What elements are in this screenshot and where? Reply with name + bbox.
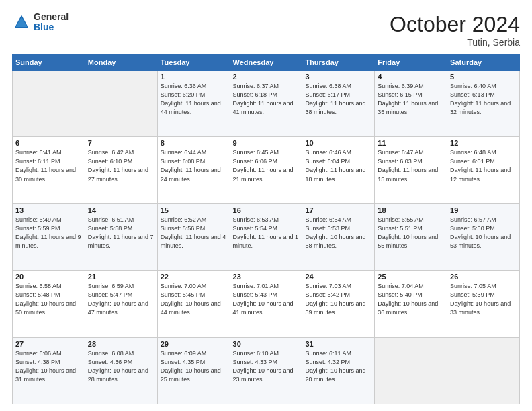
- calendar-cell: 25Sunrise: 7:04 AMSunset: 5:40 PMDayligh…: [375, 271, 447, 337]
- day-detail: Sunrise: 7:03 AMSunset: 5:42 PMDaylight:…: [305, 282, 371, 317]
- calendar-header-row: Sunday Monday Tuesday Wednesday Thursday…: [13, 55, 520, 71]
- day-detail: Sunrise: 6:10 AMSunset: 4:33 PMDaylight:…: [233, 349, 300, 384]
- calendar-cell: 5Sunrise: 6:40 AMSunset: 6:13 PMDaylight…: [447, 71, 520, 137]
- calendar-cell: 20Sunrise: 6:58 AMSunset: 5:48 PMDayligh…: [13, 271, 85, 337]
- calendar-cell: [447, 337, 520, 404]
- day-number: 5: [450, 73, 517, 81]
- location-subtitle: Tutin, Serbia: [390, 37, 520, 48]
- logo-blue-text: Blue: [34, 22, 69, 32]
- col-thursday: Thursday: [302, 55, 375, 71]
- day-number: 29: [161, 340, 227, 348]
- logo-text: General Blue: [34, 12, 69, 33]
- day-number: 6: [15, 139, 82, 147]
- calendar-week-row: 1Sunrise: 6:36 AMSunset: 6:20 PMDaylight…: [13, 71, 520, 137]
- calendar-cell: [375, 337, 447, 404]
- calendar-cell: 15Sunrise: 6:52 AMSunset: 5:56 PMDayligh…: [157, 203, 230, 270]
- calendar-cell: 17Sunrise: 6:54 AMSunset: 5:53 PMDayligh…: [302, 203, 375, 270]
- calendar-cell: 16Sunrise: 6:53 AMSunset: 5:54 PMDayligh…: [230, 203, 302, 270]
- col-saturday: Saturday: [447, 55, 520, 71]
- day-detail: Sunrise: 6:57 AMSunset: 5:50 PMDaylight:…: [450, 216, 517, 250]
- calendar-cell: 6Sunrise: 6:41 AMSunset: 6:11 PMDaylight…: [13, 137, 85, 203]
- day-number: 1: [161, 73, 227, 81]
- day-number: 10: [305, 139, 371, 147]
- calendar-cell: 21Sunrise: 6:59 AMSunset: 5:47 PMDayligh…: [85, 271, 157, 337]
- day-detail: Sunrise: 6:37 AMSunset: 6:18 PMDaylight:…: [233, 82, 300, 117]
- day-detail: Sunrise: 6:45 AMSunset: 6:06 PMDaylight:…: [233, 148, 300, 183]
- day-detail: Sunrise: 6:42 AMSunset: 6:10 PMDaylight:…: [88, 148, 154, 183]
- calendar-cell: 2Sunrise: 6:37 AMSunset: 6:18 PMDaylight…: [230, 71, 302, 137]
- day-detail: Sunrise: 7:04 AMSunset: 5:40 PMDaylight:…: [378, 282, 444, 317]
- day-number: 30: [233, 340, 300, 348]
- day-number: 9: [233, 139, 300, 147]
- day-number: 24: [305, 273, 371, 281]
- calendar-cell: 11Sunrise: 6:47 AMSunset: 6:03 PMDayligh…: [375, 137, 447, 203]
- day-detail: Sunrise: 6:48 AMSunset: 6:01 PMDaylight:…: [450, 148, 517, 183]
- calendar-cell: 12Sunrise: 6:48 AMSunset: 6:01 PMDayligh…: [447, 137, 520, 203]
- calendar-cell: [13, 71, 85, 137]
- calendar-table: Sunday Monday Tuesday Wednesday Thursday…: [12, 54, 520, 404]
- calendar-cell: 1Sunrise: 6:36 AMSunset: 6:20 PMDaylight…: [157, 71, 230, 137]
- calendar-cell: 29Sunrise: 6:09 AMSunset: 4:35 PMDayligh…: [157, 337, 230, 404]
- day-number: 8: [161, 139, 227, 147]
- day-detail: Sunrise: 6:39 AMSunset: 6:15 PMDaylight:…: [378, 82, 444, 117]
- day-detail: Sunrise: 6:55 AMSunset: 5:51 PMDaylight:…: [378, 216, 444, 250]
- calendar-cell: 10Sunrise: 6:46 AMSunset: 6:04 PMDayligh…: [302, 137, 375, 203]
- calendar-cell: [85, 71, 157, 137]
- calendar-cell: 27Sunrise: 6:06 AMSunset: 4:38 PMDayligh…: [13, 337, 85, 404]
- calendar-cell: 30Sunrise: 6:10 AMSunset: 4:33 PMDayligh…: [230, 337, 302, 404]
- calendar-week-row: 6Sunrise: 6:41 AMSunset: 6:11 PMDaylight…: [13, 137, 520, 203]
- title-block: October 2024 Tutin, Serbia: [390, 12, 520, 48]
- calendar-cell: 24Sunrise: 7:03 AMSunset: 5:42 PMDayligh…: [302, 271, 375, 337]
- page: General Blue October 2024 Tutin, Serbia …: [0, 0, 532, 411]
- day-detail: Sunrise: 6:36 AMSunset: 6:20 PMDaylight:…: [161, 82, 227, 117]
- day-number: 27: [15, 340, 82, 348]
- calendar-cell: 4Sunrise: 6:39 AMSunset: 6:15 PMDaylight…: [375, 71, 447, 137]
- day-number: 19: [450, 206, 517, 214]
- day-detail: Sunrise: 6:47 AMSunset: 6:03 PMDaylight:…: [378, 148, 444, 183]
- day-detail: Sunrise: 6:06 AMSunset: 4:38 PMDaylight:…: [15, 349, 82, 384]
- day-number: 21: [88, 273, 154, 281]
- day-detail: Sunrise: 6:41 AMSunset: 6:11 PMDaylight:…: [15, 148, 82, 183]
- day-detail: Sunrise: 6:58 AMSunset: 5:48 PMDaylight:…: [15, 282, 82, 317]
- col-tuesday: Tuesday: [157, 55, 230, 71]
- calendar-cell: 26Sunrise: 7:05 AMSunset: 5:39 PMDayligh…: [447, 271, 520, 337]
- day-detail: Sunrise: 6:08 AMSunset: 4:36 PMDaylight:…: [88, 349, 154, 384]
- logo-general-text: General: [34, 12, 69, 22]
- day-detail: Sunrise: 6:38 AMSunset: 6:17 PMDaylight:…: [305, 82, 371, 117]
- day-detail: Sunrise: 7:00 AMSunset: 5:45 PMDaylight:…: [161, 282, 227, 317]
- calendar-cell: 8Sunrise: 6:44 AMSunset: 6:08 PMDaylight…: [157, 137, 230, 203]
- day-number: 17: [305, 206, 371, 214]
- day-number: 31: [305, 340, 371, 348]
- day-number: 12: [450, 139, 517, 147]
- day-detail: Sunrise: 6:54 AMSunset: 5:53 PMDaylight:…: [305, 216, 371, 250]
- day-detail: Sunrise: 6:59 AMSunset: 5:47 PMDaylight:…: [88, 282, 154, 317]
- day-detail: Sunrise: 7:01 AMSunset: 5:43 PMDaylight:…: [233, 282, 300, 317]
- month-title: October 2024: [390, 12, 520, 37]
- logo-icon: [12, 13, 31, 32]
- day-number: 22: [161, 273, 227, 281]
- calendar-cell: 13Sunrise: 6:49 AMSunset: 5:59 PMDayligh…: [13, 203, 85, 270]
- day-number: 15: [161, 206, 227, 214]
- col-sunday: Sunday: [13, 55, 85, 71]
- day-detail: Sunrise: 6:49 AMSunset: 5:59 PMDaylight:…: [15, 216, 82, 250]
- day-detail: Sunrise: 6:11 AMSunset: 4:32 PMDaylight:…: [305, 349, 371, 384]
- calendar-cell: 22Sunrise: 7:00 AMSunset: 5:45 PMDayligh…: [157, 271, 230, 337]
- day-detail: Sunrise: 6:52 AMSunset: 5:56 PMDaylight:…: [161, 216, 227, 250]
- calendar-cell: 19Sunrise: 6:57 AMSunset: 5:50 PMDayligh…: [447, 203, 520, 270]
- day-number: 20: [15, 273, 82, 281]
- col-friday: Friday: [375, 55, 447, 71]
- logo: General Blue: [12, 12, 69, 33]
- day-detail: Sunrise: 6:46 AMSunset: 6:04 PMDaylight:…: [305, 148, 371, 183]
- day-detail: Sunrise: 6:51 AMSunset: 5:58 PMDaylight:…: [88, 216, 154, 250]
- col-wednesday: Wednesday: [230, 55, 302, 71]
- day-number: 2: [233, 73, 300, 81]
- day-detail: Sunrise: 6:09 AMSunset: 4:35 PMDaylight:…: [161, 349, 227, 384]
- calendar-week-row: 20Sunrise: 6:58 AMSunset: 5:48 PMDayligh…: [13, 271, 520, 337]
- day-number: 25: [378, 273, 444, 281]
- day-number: 16: [233, 206, 300, 214]
- calendar-cell: 28Sunrise: 6:08 AMSunset: 4:36 PMDayligh…: [85, 337, 157, 404]
- day-number: 7: [88, 139, 154, 147]
- day-number: 18: [378, 206, 444, 214]
- col-monday: Monday: [85, 55, 157, 71]
- calendar-week-row: 13Sunrise: 6:49 AMSunset: 5:59 PMDayligh…: [13, 203, 520, 270]
